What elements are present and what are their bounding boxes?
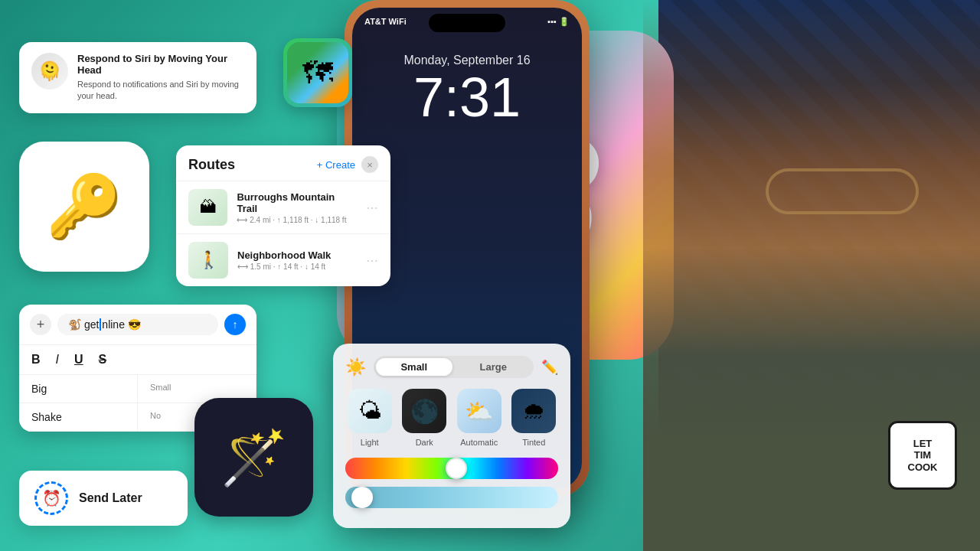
rainbow-color-slider[interactable]: [345, 458, 558, 479]
siri-card-description: Respond to notifications and Siri by mov…: [77, 79, 244, 103]
add-button[interactable]: +: [30, 314, 51, 335]
text-input-row: + 🐒 get nline 😎 ↑: [19, 305, 256, 345]
italic-button[interactable]: I: [56, 353, 59, 367]
widget-picker-panel: ☀️ Small Large ✏️ 🌤 Light 🌑 Dark ⛅ Autom…: [333, 344, 570, 528]
tim-cook-badge: LET TIM COOK: [888, 421, 957, 490]
text-input-content: 🐒 get: [68, 318, 99, 331]
route-more-2[interactable]: ⋯: [366, 253, 378, 268]
text-cursor: [100, 318, 101, 331]
route-thumb-1: 🏔: [188, 189, 227, 226]
routes-card: Routes + Create × 🏔 Burroughs Mountain T…: [176, 145, 390, 286]
siri-card-text: Respond to Siri by Moving Your Head Resp…: [77, 53, 244, 103]
big-button[interactable]: Big: [19, 375, 138, 403]
badge-line-2: TIM: [914, 449, 931, 461]
text-after-cursor: nline 😎: [102, 318, 140, 331]
routes-header: Routes + Create ×: [176, 145, 390, 181]
maps-visual: 🗺: [287, 42, 348, 103]
text-input-field[interactable]: 🐒 get nline 😎: [57, 314, 218, 335]
tint-slider-thumb[interactable]: [351, 487, 373, 508]
create-route-button[interactable]: + Create: [317, 159, 355, 171]
route-item-2[interactable]: 🚶 Neighborhood Walk ⟷ 1.5 mi · ↑ 14 ft ·…: [176, 233, 390, 286]
appearance-thumb-dark: 🌑: [402, 389, 446, 433]
maps-app-icon[interactable]: 🗺: [283, 38, 352, 107]
carrier-label: AT&T WiFi: [364, 17, 407, 27]
appearance-options: 🌤 Light 🌑 Dark ⛅ Automatic 🌧 Tinted: [345, 389, 558, 447]
siri-card: 🫠 Respond to Siri by Moving Your Head Re…: [19, 42, 256, 113]
color-slider-container: [345, 458, 558, 508]
routes-title: Routes: [188, 157, 235, 173]
appearance-tinted[interactable]: 🌧 Tinted: [510, 389, 559, 447]
appearance-thumb-light: 🌤: [348, 389, 392, 433]
route-info-1: Burroughs Mountain Trail ⟷ 2.4 mi · ↑ 1,…: [237, 191, 357, 224]
eyedropper-button[interactable]: ✏️: [541, 359, 558, 376]
route-stats-2: ⟷ 1.5 mi · ↑ 14 ft · ↓ 14 ft: [237, 262, 331, 271]
route-thumb-2: 🚶: [188, 242, 228, 279]
glasses-decoration: [766, 168, 919, 214]
route-name-1: Burroughs Mountain Trail: [237, 191, 357, 214]
shake-button[interactable]: Shake: [19, 403, 138, 432]
iphone-date: Monday, September 16: [352, 54, 582, 67]
send-button[interactable]: ↑: [224, 314, 246, 335]
routes-actions: + Create ×: [317, 156, 378, 173]
iphone-time-display: Monday, September 16 7:31: [352, 54, 582, 128]
send-later-card[interactable]: ⏰ Send Later: [19, 471, 188, 526]
noteship-graphic: 🪄: [220, 426, 287, 489]
route-name-2: Neighborhood Walk: [237, 249, 331, 261]
appearance-automatic[interactable]: ⛅ Automatic: [455, 389, 504, 447]
siri-card-title: Respond to Siri by Moving Your Head: [77, 53, 244, 76]
siri-icon: 🫠: [31, 53, 68, 90]
keys-app-icon[interactable]: 🔑: [19, 142, 149, 272]
bold-button[interactable]: B: [31, 353, 41, 367]
brightness-icon: ☀️: [345, 357, 366, 377]
appearance-label-tinted: Tinted: [522, 438, 545, 447]
routes-close-button[interactable]: ×: [361, 156, 378, 173]
iphone-big-time: 7:31: [352, 67, 582, 128]
route-stats-1: ⟷ 2.4 mi · ↑ 1,118 ft · ↓ 1,118 ft: [237, 216, 357, 224]
size-pill-large[interactable]: Large: [456, 358, 532, 376]
size-pills: Small Large: [374, 356, 534, 378]
size-pill-small[interactable]: Small: [376, 358, 452, 376]
strikethrough-button[interactable]: S: [99, 353, 107, 367]
appearance-light[interactable]: 🌤 Light: [345, 389, 394, 447]
appearance-thumb-tinted: 🌧: [511, 389, 556, 433]
tint-slider[interactable]: [345, 487, 558, 508]
rainbow-slider-thumb[interactable]: [446, 458, 467, 479]
send-later-label: Send Later: [79, 491, 142, 505]
appearance-label-dark: Dark: [416, 438, 433, 447]
send-later-clock-icon: ⏰: [34, 481, 68, 515]
appearance-label-auto: Automatic: [460, 438, 498, 447]
route-info-2: Neighborhood Walk ⟷ 1.5 mi · ↑ 14 ft · ↓…: [237, 249, 331, 271]
iphone-notch: [429, 14, 505, 32]
signal-icons: ▪▪▪ 🔋: [547, 17, 570, 27]
format-row: B I U S: [19, 345, 256, 375]
route-item-1[interactable]: 🏔 Burroughs Mountain Trail ⟷ 2.4 mi · ↑ …: [176, 181, 390, 233]
badge-line-3: COOK: [908, 461, 938, 474]
badge-line-1: LET: [913, 438, 933, 450]
route-more-1[interactable]: ⋯: [366, 201, 378, 215]
appearance-thumb-auto: ⛅: [457, 389, 501, 433]
keys-icon-graphic: 🔑: [46, 171, 122, 243]
widget-top-row: ☀️ Small Large ✏️: [345, 356, 558, 378]
underline-button[interactable]: U: [74, 353, 83, 367]
noteship-app-icon[interactable]: 🪄: [194, 398, 313, 517]
appearance-label-light: Light: [361, 438, 379, 447]
appearance-dark[interactable]: 🌑 Dark: [400, 389, 449, 447]
